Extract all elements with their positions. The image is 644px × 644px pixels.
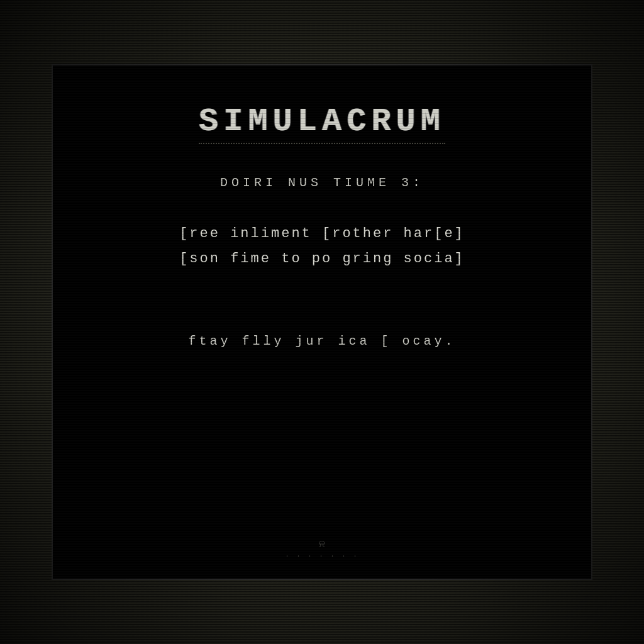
footer-dots: · · · · · · · [285, 553, 358, 560]
outer-frame: SIMULACRUM DOIRI NUS TIUME 3: [ree inlim… [0, 0, 644, 644]
content-block: [ree inliment [rother har[e] [son fime t… [78, 221, 566, 271]
content-line-1: [ree inliment [rother har[e] [78, 221, 566, 247]
bottom-text: ftay flly jur ica [ ocay. [188, 334, 455, 348]
crt-screen: SIMULACRUM DOIRI NUS TIUME 3: [ree inlim… [52, 64, 592, 580]
content-line-2: [son fime to po gring socia] [78, 247, 566, 272]
footer-area: ⍾ · · · · · · · [285, 538, 358, 560]
title-area: SIMULACRUM [78, 103, 566, 144]
game-title: SIMULACRUM [199, 103, 445, 144]
subtitle-text: DOIRI NUS TIUME 3: [220, 175, 424, 190]
footer-icon: ⍾ [319, 538, 325, 549]
